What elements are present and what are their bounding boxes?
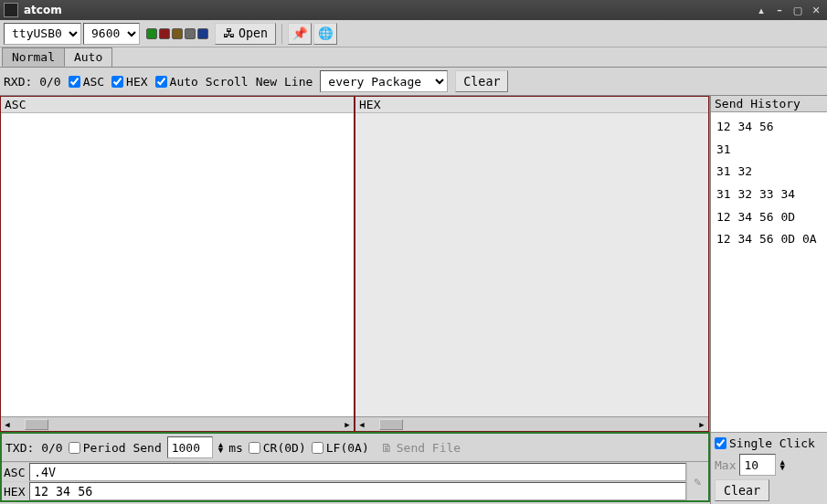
period-text: Period Send [83, 441, 162, 455]
scroll-left-icon[interactable]: ◀ [355, 418, 368, 431]
title-bar: atcom ▴ – ▢ ✕ [0, 0, 827, 20]
close-button[interactable]: ✕ [809, 3, 823, 17]
separator [281, 24, 282, 44]
max-label: Max [715, 458, 736, 472]
tx-asc-input[interactable] [29, 463, 686, 481]
lf-checkbox-label[interactable]: LF(0A) [312, 441, 369, 455]
open-label: Open [239, 26, 268, 40]
open-icon: 🖧 [223, 26, 235, 40]
tx-hex-input[interactable] [29, 482, 686, 500]
led-green [146, 28, 157, 39]
rx-options-bar: RXD: 0/0 ASC HEX Auto Scroll New Line ev… [0, 68, 827, 96]
maximize-button[interactable]: ▢ [790, 3, 805, 17]
led-group [145, 28, 209, 39]
tab-normal[interactable]: Normal [2, 47, 65, 67]
spinner-icon[interactable]: ▲▼ [218, 442, 223, 454]
scroll-thumb[interactable] [25, 419, 48, 430]
asc-pane: ASC ◀ ▶ [0, 96, 355, 432]
history-list[interactable]: 12 34 563131 3231 32 33 3412 34 56 0D12 … [710, 112, 827, 432]
tx-asc-label: ASC [2, 466, 29, 479]
hex-pane-body[interactable] [355, 113, 708, 416]
led-brown [172, 28, 183, 39]
scroll-thumb[interactable] [379, 419, 403, 430]
pin-button[interactable]: 📌 [288, 23, 312, 45]
tx-area: TXD: 0/0 Period Send ▲▼ ms CR(0D) LF(0A [0, 432, 710, 502]
hex-checkbox[interactable] [111, 76, 123, 88]
scroll-right-icon[interactable]: ▶ [695, 418, 708, 431]
period-checkbox[interactable] [69, 442, 80, 454]
rxd-counter: RXD: 0/0 [4, 75, 61, 89]
main-toolbar: ttyUSB0 9600 🖧 Open 📌 🌐 [0, 20, 827, 47]
send-button[interactable]: ✎ [686, 462, 708, 500]
file-icon: 🗎 [381, 441, 393, 455]
single-click-text: Single Click [729, 436, 815, 450]
send-file-button: 🗎 Send File [375, 439, 467, 457]
asc-pane-body[interactable] [1, 113, 354, 416]
asc-checkbox[interactable] [69, 76, 80, 88]
hex-pane-header: HEX [355, 97, 708, 113]
max-input[interactable] [739, 454, 776, 476]
baud-select[interactable]: 9600 [83, 23, 140, 45]
cr-text: CR(0D) [263, 441, 306, 455]
history-item[interactable]: 31 [716, 139, 822, 162]
history-item[interactable]: 31 32 33 34 [716, 184, 822, 206]
cr-checkbox-label[interactable]: CR(0D) [249, 441, 306, 455]
window-title: atcom [24, 4, 62, 16]
autoscroll-text: Auto Scroll [170, 75, 249, 89]
period-checkbox-label[interactable]: Period Send [69, 441, 162, 455]
send-icon: ✎ [694, 475, 702, 488]
cr-checkbox[interactable] [249, 442, 260, 454]
hex-checkbox-label[interactable]: HEX [111, 75, 147, 89]
tab-bar: Normal Auto [0, 47, 827, 67]
asc-pane-header: ASC [1, 97, 354, 113]
txd-counter: TXD: 0/0 [5, 441, 63, 455]
led-gray [185, 28, 196, 39]
lf-checkbox[interactable] [312, 442, 323, 454]
hex-pane: HEX ◀ ▶ [355, 96, 709, 432]
rx-clear-button[interactable]: Clear [455, 70, 508, 92]
rx-panes: ASC ◀ ▶ HEX ◀ ▶ [0, 96, 710, 432]
history-item[interactable]: 12 34 56 0D 0A [716, 228, 822, 251]
app-icon [4, 3, 18, 17]
pin-icon: 📌 [292, 26, 308, 40]
asc-checkbox-label[interactable]: ASC [69, 75, 104, 89]
spinner-icon[interactable]: ▲▼ [779, 459, 784, 471]
globe-icon: 🌐 [318, 26, 334, 40]
tab-auto[interactable]: Auto [64, 47, 112, 67]
globe-button[interactable]: 🌐 [313, 23, 337, 45]
scroll-right-icon[interactable]: ▶ [341, 418, 354, 431]
autoscroll-checkbox[interactable] [155, 76, 167, 88]
led-red [159, 28, 170, 39]
tx-hex-label: HEX [2, 485, 29, 499]
autoscroll-checkbox-label[interactable]: Auto Scroll [155, 75, 249, 89]
send-file-label: Send File [397, 441, 461, 455]
open-button[interactable]: 🖧 Open [215, 23, 276, 45]
port-select[interactable]: ttyUSB0 [4, 23, 81, 45]
history-item[interactable]: 31 32 [716, 161, 822, 184]
ms-label: ms [228, 441, 243, 455]
period-input[interactable] [167, 436, 213, 458]
newline-select[interactable]: every Package [320, 70, 448, 92]
asc-check-text: ASC [83, 75, 104, 89]
tx-options-bar: TXD: 0/0 Period Send ▲▼ ms CR(0D) LF(0A [2, 434, 708, 462]
side-panel: Send History 12 34 563131 3231 32 33 341… [710, 96, 827, 432]
single-click-checkbox[interactable] [715, 437, 726, 449]
hex-scrollbar[interactable]: ◀ ▶ [355, 416, 708, 431]
history-clear-button[interactable]: Clear [715, 479, 769, 501]
newline-label: New Line [256, 75, 313, 89]
minimize-button[interactable]: – [772, 3, 787, 17]
led-blue [197, 28, 208, 39]
hex-check-text: HEX [126, 75, 147, 89]
lf-text: LF(0A) [326, 441, 369, 455]
history-title: Send History [710, 96, 827, 112]
rollup-button[interactable]: ▴ [754, 3, 769, 17]
history-item[interactable]: 12 34 56 0D [716, 206, 822, 229]
asc-scrollbar[interactable]: ◀ ▶ [1, 416, 354, 431]
history-item[interactable]: 12 34 56 [716, 116, 822, 139]
scroll-left-icon[interactable]: ◀ [1, 418, 14, 431]
single-click-label[interactable]: Single Click [715, 436, 823, 450]
